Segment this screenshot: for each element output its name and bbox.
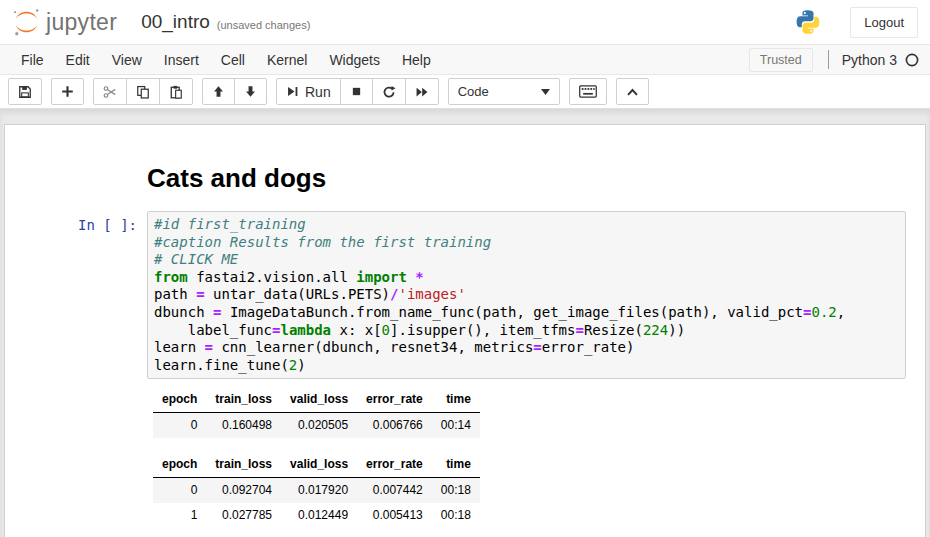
table-cell: 00:14 <box>432 413 480 439</box>
column-header: valid_loss <box>281 387 357 413</box>
table-row: 00.0927040.0179200.00744200:18 <box>153 478 480 504</box>
menu-item-edit[interactable]: Edit <box>55 52 101 68</box>
scissors-icon <box>103 85 117 99</box>
table-cell: 0.020505 <box>281 413 357 439</box>
column-header: train_loss <box>206 387 281 413</box>
column-header: time <box>432 452 480 478</box>
python-logo-icon <box>794 8 822 36</box>
plus-icon <box>61 85 74 98</box>
menu-item-view[interactable]: View <box>101 52 153 68</box>
notebook-name[interactable]: 00_intro <box>141 11 210 33</box>
menubar: File Edit View Insert Cell Kernel Widget… <box>0 44 930 75</box>
code-line: dbunch = ImageDataBunch.from_name_func(p… <box>154 304 899 322</box>
header: jupyter 00_intro (unsaved changes) Logou… <box>0 0 930 44</box>
code-line: path = untar_data(URLs.PETS)/'images' <box>154 286 899 304</box>
move-cell-down-button[interactable] <box>234 78 267 105</box>
chevron-up-button[interactable] <box>616 78 649 105</box>
command-palette-button[interactable] <box>569 78 607 105</box>
table-cell: 0.006766 <box>357 413 432 439</box>
code-line: from fastai2.vision.all import * <box>154 269 899 287</box>
fast-forward-icon <box>415 85 429 99</box>
menu-item-kernel[interactable]: Kernel <box>256 52 318 68</box>
arrow-up-icon <box>212 85 225 98</box>
add-cell-button[interactable] <box>51 78 84 105</box>
caret-down-icon <box>541 89 550 95</box>
menu-item-help[interactable]: Help <box>391 52 442 68</box>
table-cell: 00:18 <box>432 503 480 528</box>
chevron-up-icon <box>626 87 639 97</box>
table-cell: 00:18 <box>432 478 480 504</box>
table-cell: 0.017920 <box>281 478 357 504</box>
save-button[interactable] <box>8 78 42 105</box>
table-cell: 0.005413 <box>357 503 432 528</box>
column-header: time <box>432 387 480 413</box>
notebook-container: Cats and dogs In [ ]: #id first_training… <box>4 124 926 537</box>
jupyter-logo-text: jupyter <box>46 9 117 36</box>
column-header: epoch <box>153 387 206 413</box>
table-cell: 1 <box>153 503 206 528</box>
markdown-cell-prompt <box>5 163 147 193</box>
code-input-area[interactable]: #id first_training#caption Results from … <box>147 211 906 379</box>
menu-item-insert[interactable]: Insert <box>153 52 210 68</box>
code-line: #caption Results from the first training <box>154 234 899 252</box>
code-line: #id first_training <box>154 216 899 234</box>
menu-item-cell[interactable]: Cell <box>210 52 256 68</box>
kernel-name: Python 3 <box>842 52 897 68</box>
save-icon <box>18 85 32 99</box>
interrupt-kernel-button[interactable] <box>340 78 373 105</box>
table-cell: 0.092704 <box>206 478 281 504</box>
menu-item-file[interactable]: File <box>10 52 55 68</box>
table-row: 00.1604980.0205050.00676600:14 <box>153 413 480 439</box>
code-cell[interactable]: In [ ]: #id first_training#caption Resul… <box>5 211 925 379</box>
code-line: learn.fine_tune(2) <box>154 357 899 375</box>
copy-cell-button[interactable] <box>126 78 160 105</box>
autosave-status: (unsaved changes) <box>217 14 311 31</box>
stop-icon <box>350 85 363 98</box>
column-header: error_rate <box>357 387 432 413</box>
jupyter-logo-icon <box>10 6 43 39</box>
arrow-down-icon <box>244 85 257 98</box>
cell-type-dropdown[interactable]: Code <box>448 78 560 105</box>
output-table: epochtrain_lossvalid_losserror_ratetime0… <box>153 387 480 438</box>
menubar-divider <box>828 50 829 69</box>
table-cell: 0 <box>153 478 206 504</box>
table-cell: 0 <box>153 413 206 439</box>
code-line: label_func=lambda x: x[0].isupper(), ite… <box>154 322 899 340</box>
column-header: train_loss <box>206 452 281 478</box>
kernel-status-icon <box>904 52 920 68</box>
run-button[interactable]: Run <box>276 78 341 105</box>
toolbar: Run Code <box>0 75 930 109</box>
run-button-label: Run <box>305 84 331 100</box>
page-background: Cats and dogs In [ ]: #id first_training… <box>0 109 930 537</box>
logout-button[interactable]: Logout <box>850 7 918 38</box>
run-icon <box>286 85 299 98</box>
restart-kernel-button[interactable] <box>372 78 406 105</box>
jupyter-logo[interactable]: jupyter <box>10 6 117 39</box>
trusted-badge: Trusted <box>749 48 813 72</box>
menu-item-widgets[interactable]: Widgets <box>318 52 391 68</box>
cut-cell-button[interactable] <box>93 78 127 105</box>
paste-cell-button[interactable] <box>159 78 193 105</box>
table-cell: 0.012449 <box>281 503 357 528</box>
table-cell: 0.007442 <box>357 478 432 504</box>
table-cell: 0.160498 <box>206 413 281 439</box>
move-cell-up-button[interactable] <box>202 78 235 105</box>
markdown-cell[interactable]: Cats and dogs <box>5 145 925 211</box>
code-line: learn = cnn_learner(dbunch, resnet34, me… <box>154 339 899 357</box>
restart-icon <box>382 85 396 99</box>
table-row: 10.0277850.0124490.00541300:18 <box>153 503 480 528</box>
output-area: epochtrain_lossvalid_losserror_ratetime0… <box>147 387 925 528</box>
menubar-right: Trusted Python 3 <box>749 48 920 72</box>
code-area: #id first_training#caption Results from … <box>154 216 899 374</box>
copy-icon <box>136 85 150 99</box>
paste-icon <box>169 85 183 99</box>
column-header: valid_loss <box>281 452 357 478</box>
table-cell: 0.027785 <box>206 503 281 528</box>
keyboard-icon <box>579 85 597 98</box>
code-line: # CLICK ME <box>154 251 899 269</box>
cell-type-value: Code <box>458 84 489 99</box>
markdown-heading: Cats and dogs <box>147 163 326 193</box>
code-cell-prompt: In [ ]: <box>5 211 147 379</box>
restart-run-all-button[interactable] <box>405 78 439 105</box>
header-right: Logout <box>794 7 920 38</box>
